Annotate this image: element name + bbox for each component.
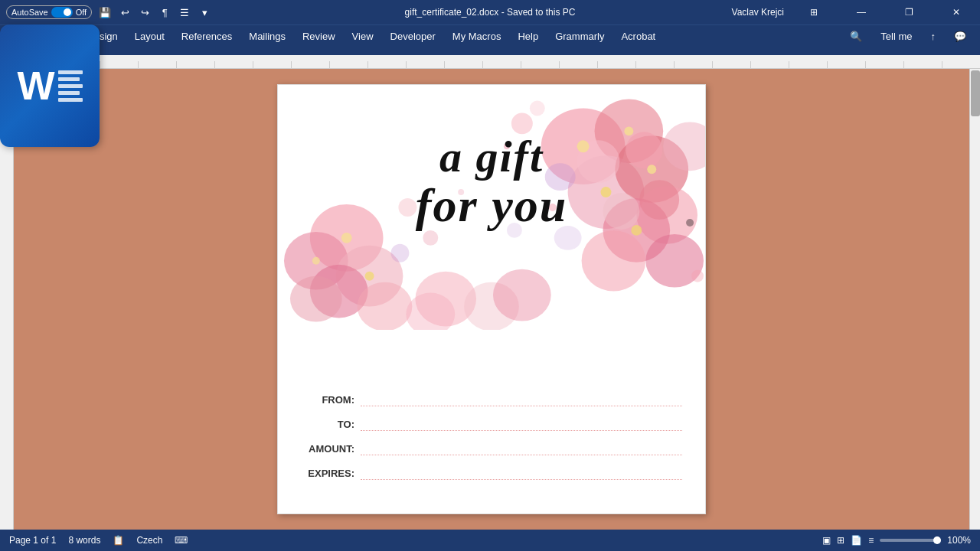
view-print-icon[interactable]: ▣ [822,535,831,546]
menu-help[interactable]: Help [510,28,546,45]
document-area[interactable]: a gift for you FROM: TO: AMOUNT: E [14,69,969,530]
svg-point-17 [358,282,413,330]
menu-right: 🔍 Tell me ↑ 💬 [842,28,974,45]
scrollbar-right[interactable] [969,69,980,530]
gift-certificate-title: a gift for you [278,131,705,233]
ruler-marks [23,61,980,69]
form-row-amount: AMOUNT: [301,442,682,455]
view-read-icon[interactable]: 📄 [851,535,862,546]
menu-mailings[interactable]: Mailings [241,28,293,45]
zoom-percent: 100% [947,535,971,546]
autosave-badge[interactable]: AutoSave Off [6,5,92,19]
svg-point-20 [464,282,519,330]
zoom-thumb [933,536,941,544]
statusbar: Page 1 of 1 8 words 📋 Czech ⌨ ▣ ⊞ 📄 ≡ 10… [0,530,980,551]
svg-point-34 [312,257,320,265]
form-row-to: TO: [301,417,682,431]
tell-me-input[interactable]: Tell me [873,28,920,45]
titlebar-center: gift_certificate_02.docx - Saved to this… [405,7,576,18]
doc-line-3 [58,84,83,88]
main-area: a gift for you FROM: TO: AMOUNT: E [0,69,980,530]
expires-label: EXPIRES: [301,468,354,479]
titlebar-left: AutoSave Off 💾 ↩ ↪ ¶ ☰ ▾ [6,5,211,19]
word-doc-lines [58,70,83,102]
autosave-state: Off [76,8,87,17]
word-logo-inner: W [17,66,82,106]
view-outline-icon[interactable]: ≡ [868,535,874,546]
to-label: TO: [301,419,354,430]
menu-layout[interactable]: Layout [127,28,172,45]
svg-point-24 [530,101,545,116]
svg-point-22 [406,293,455,330]
svg-point-15 [336,246,403,307]
username: Vaclav Krejci [732,7,784,18]
amount-line [361,442,682,455]
svg-point-16 [310,265,368,318]
svg-point-33 [365,272,374,281]
titlebar: AutoSave Off 💾 ↩ ↪ ¶ ☰ ▾ gift_certificat… [0,0,980,24]
view-web-icon[interactable]: ⊞ [837,535,844,546]
doc-line-4 [58,91,80,95]
redo-icon[interactable]: ↪ [138,5,152,19]
ribbon-area [0,47,980,55]
menu-review[interactable]: Review [295,28,343,45]
menu-references[interactable]: References [174,28,240,45]
close-button[interactable]: ✕ [939,0,974,24]
menu-acrobat[interactable]: Acrobat [613,28,663,45]
doc-line-2 [58,77,80,81]
from-line [361,393,682,406]
gift-line1: a gift [278,131,705,182]
format-icon[interactable]: ☰ [178,5,191,19]
to-line [361,417,682,431]
expires-line [361,466,682,480]
autosave-label: AutoSave [11,8,48,17]
menu-developer[interactable]: Developer [383,28,443,45]
language[interactable]: Czech [136,535,162,546]
word-letter-w: W [17,66,54,106]
document-page[interactable]: a gift for you FROM: TO: AMOUNT: E [277,84,706,514]
word-count: 8 words [68,535,100,546]
svg-point-19 [415,272,476,327]
doc-line-1 [58,70,83,74]
doc-line-5 [58,98,83,102]
comments-icon[interactable]: 💬 [946,28,974,45]
paragraph-icon[interactable]: ¶ [158,5,172,19]
autosave-toggle[interactable] [51,7,73,18]
svg-point-8 [582,230,646,292]
svg-point-14 [284,232,348,290]
from-label: FROM: [301,394,354,406]
maximize-button[interactable]: ❐ [891,0,926,24]
amount-label: AMOUNT: [301,443,354,455]
word-logo: W [0,24,100,147]
save-icon[interactable]: 💾 [98,5,112,19]
restore-window-icon[interactable]: ⊞ [796,0,831,24]
menubar: File Draw Design Layout References Maili… [0,24,980,47]
svg-point-7 [645,234,704,288]
search-icon[interactable]: 🔍 [842,28,870,45]
svg-point-37 [390,244,409,262]
menu-grammarly[interactable]: Grammarly [547,28,612,45]
dropdown-icon[interactable]: ▾ [198,5,211,19]
menu-macros[interactable]: My Macros [445,28,509,45]
menu-view[interactable]: View [345,28,381,45]
minimize-button[interactable]: — [844,0,879,24]
share-icon[interactable]: ↑ [923,28,944,45]
scrollbar-thumb[interactable] [971,70,980,116]
undo-icon[interactable]: ↩ [118,5,132,19]
svg-point-18 [290,276,342,322]
document-title: gift_certificate_02.docx - Saved to this… [405,7,576,18]
svg-point-21 [493,269,551,321]
zoom-slider[interactable] [880,539,941,542]
titlebar-right: Vaclav Krejci ⊞ — ❐ ✕ [732,0,974,24]
proofread-icon[interactable]: 📋 [113,535,124,546]
form-row-from: FROM: [301,393,682,406]
keyboard-icon: ⌨ [175,535,188,546]
gift-line2: for you [278,178,705,233]
statusbar-right: ▣ ⊞ 📄 ≡ 100% [822,535,971,546]
certificate-form: FROM: TO: AMOUNT: EXPIRES: [301,393,682,491]
form-row-expires: EXPIRES: [301,466,682,480]
svg-point-42 [691,270,704,282]
ruler-top [0,55,980,69]
svg-point-32 [341,233,352,243]
page-info: Page 1 of 1 [9,535,56,546]
